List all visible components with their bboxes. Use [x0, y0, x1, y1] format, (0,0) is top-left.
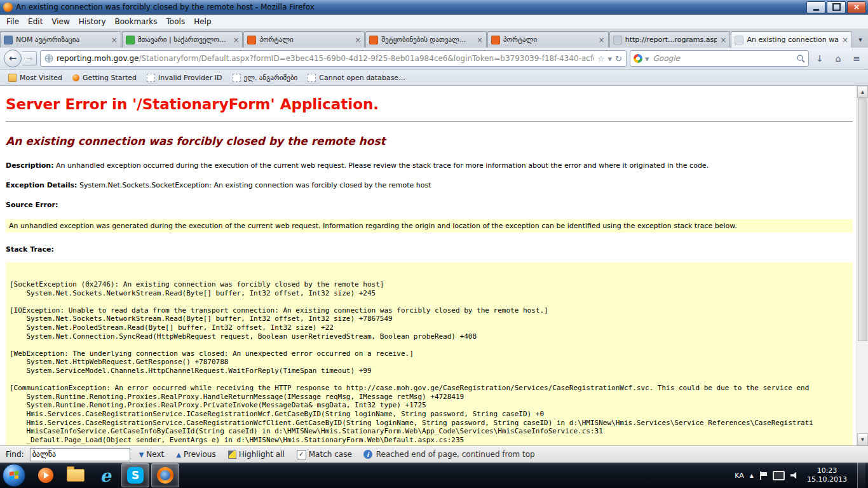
- stack-trace-label: Stack Trace:: [6, 245, 853, 254]
- back-button[interactable]: ←: [4, 50, 22, 67]
- firefox-icon: [72, 74, 79, 81]
- clock-time: 10:23: [807, 466, 847, 475]
- browser-content: Server Error in '/StationaryForm' Applic…: [0, 86, 868, 445]
- search-box[interactable]: ▾: [630, 50, 809, 67]
- folder-icon: [67, 469, 85, 482]
- hidden-icons-arrow-icon[interactable]: ▲: [750, 473, 754, 478]
- window-controls: ×: [806, 1, 866, 13]
- firefox-app-icon: [3, 3, 13, 12]
- screen: An existing connection was forcibly clos…: [0, 0, 868, 488]
- action-center-flag-icon[interactable]: [759, 471, 767, 480]
- scrollbar-track[interactable]: [857, 98, 868, 433]
- urlbar-dropdown-icon[interactable]: ▾: [608, 55, 613, 63]
- scrollbar-thumb[interactable]: [858, 98, 867, 341]
- bookmark-getting-started[interactable]: Getting Started: [68, 72, 141, 83]
- search-engine-dropdown-icon[interactable]: ▾: [645, 55, 649, 63]
- match-case-checkbox[interactable]: ✓: [297, 450, 306, 459]
- reload-icon[interactable]: ↻: [615, 55, 622, 63]
- taskbar-clock[interactable]: 10:23 15.10.2013: [807, 466, 847, 485]
- match-case-option[interactable]: ✓Match case: [294, 449, 355, 461]
- menu-tools[interactable]: Tools: [162, 16, 190, 27]
- search-input[interactable]: [652, 53, 794, 64]
- network-display-icon[interactable]: [773, 471, 785, 480]
- window-titlebar: An existing connection was forcibly clos…: [0, 0, 868, 15]
- forward-button[interactable]: →: [22, 51, 37, 65]
- bookmark-invalid-provider-id[interactable]: Invalid Provider ID: [142, 72, 227, 83]
- find-previous-button[interactable]: ▲Previous: [173, 449, 219, 460]
- windows-logo-icon: [10, 471, 18, 480]
- media-player-icon: [38, 468, 53, 483]
- language-indicator[interactable]: KA: [735, 471, 744, 480]
- menu-history[interactable]: History: [74, 16, 111, 27]
- tab-nom-authorization[interactable]: NOM ავტორიზაცია ×: [0, 31, 121, 48]
- list-all-tabs-icon[interactable]: ▾: [853, 31, 868, 48]
- home-icon[interactable]: ⌂: [831, 53, 846, 64]
- clock-date: 15.10.2013: [807, 475, 847, 484]
- tab-close-icon[interactable]: ×: [111, 36, 118, 44]
- site-favicon: [491, 36, 500, 44]
- scroll-down-icon[interactable]: ▼: [857, 433, 868, 445]
- tab-error-active[interactable]: An existing connection wa... ×: [731, 31, 852, 48]
- find-label: Find:: [6, 450, 24, 459]
- tab-close-icon[interactable]: ×: [477, 36, 483, 44]
- close-icon: ×: [853, 3, 860, 11]
- google-engine-icon[interactable]: [634, 54, 642, 63]
- menu-bookmarks[interactable]: Bookmarks: [111, 16, 162, 27]
- downloads-icon[interactable]: ↓: [812, 53, 827, 64]
- taskbar-internet-explorer-button[interactable]: e: [92, 463, 119, 487]
- stack-trace-box: [SocketException (0x2746): An existing c…: [6, 262, 853, 445]
- tab-close-icon[interactable]: ×: [233, 36, 239, 44]
- minimize-button[interactable]: [806, 1, 825, 13]
- error-page: Server Error in '/StationaryForm' Applic…: [0, 86, 857, 445]
- url-text: reporting.moh.gov.ge/Stationaryform/Defa…: [57, 54, 594, 63]
- menu-edit[interactable]: Edit: [24, 16, 47, 27]
- url-bar[interactable]: reporting.moh.gov.ge/Stationaryform/Defa…: [40, 50, 627, 67]
- tab-report-programs[interactable]: http://report...rograms.aspx ×: [609, 31, 731, 48]
- tab-notifications[interactable]: შეტყობინების დათვალ... ×: [365, 31, 487, 48]
- tab-close-icon[interactable]: ×: [599, 36, 605, 44]
- find-next-button[interactable]: ▼Next: [136, 449, 168, 460]
- menu-view[interactable]: View: [47, 16, 74, 27]
- site-favicon: [4, 36, 13, 44]
- find-input[interactable]: [30, 448, 130, 461]
- bookmarks-menu-icon[interactable]: ≡: [849, 53, 864, 64]
- tab-mtavari-georgia[interactable]: მთავარი | საქართველო... ×: [122, 31, 243, 48]
- tab-close-icon[interactable]: ×: [355, 36, 361, 44]
- site-identity-globe-icon[interactable]: [44, 54, 53, 63]
- menu-file[interactable]: File: [2, 16, 24, 27]
- window-title: An existing connection was forcibly clos…: [16, 3, 806, 11]
- bookmark-el-angarishebi[interactable]: ელ. ანგარიშები: [228, 72, 302, 83]
- taskbar-media-player-button[interactable]: [32, 463, 60, 487]
- volume-icon[interactable]: [790, 472, 799, 479]
- taskbar-skype-button[interactable]: S: [121, 463, 149, 487]
- bookmark-most-visited[interactable]: Most Visited: [4, 72, 67, 83]
- firefox-icon: [157, 467, 173, 484]
- tab-portal-1[interactable]: პორტალი ×: [243, 31, 365, 48]
- show-desktop-button[interactable]: [857, 463, 865, 488]
- info-icon: i: [363, 450, 372, 459]
- default-page-favicon: [613, 36, 622, 44]
- scroll-up-icon[interactable]: ▲: [857, 86, 868, 98]
- vertical-scrollbar[interactable]: ▲ ▼: [857, 86, 868, 445]
- tab-bar: NOM ავტორიზაცია × მთავარი | საქართველო..…: [0, 29, 868, 48]
- bookmark-cannot-open-database[interactable]: Cannot open database...: [303, 72, 409, 83]
- tab-portal-2[interactable]: პორტალი ×: [487, 31, 609, 48]
- start-button[interactable]: [3, 464, 25, 487]
- error-page-title: Server Error in '/StationaryForm' Applic…: [6, 96, 853, 112]
- taskbar-firefox-button[interactable]: [151, 463, 179, 487]
- bookmark-star-icon[interactable]: ☆: [597, 55, 605, 63]
- default-bookmark-icon: [233, 74, 241, 82]
- default-bookmark-icon: [147, 74, 155, 82]
- close-button[interactable]: ×: [847, 1, 866, 13]
- highlight-all-button[interactable]: Highlight all: [225, 449, 288, 460]
- maximize-button[interactable]: [827, 1, 846, 13]
- search-magnifier-icon[interactable]: [796, 54, 805, 63]
- find-bar: Find: ▼Next ▲Previous Highlight all ✓Mat…: [0, 445, 868, 463]
- tab-close-icon[interactable]: ×: [720, 36, 726, 44]
- tab-close-icon[interactable]: ×: [842, 36, 848, 44]
- error-page-subtitle: An existing connection was forcibly clos…: [6, 135, 853, 147]
- find-status: iReached end of page, continued from top: [363, 450, 535, 459]
- menu-help[interactable]: Help: [189, 16, 215, 27]
- folder-icon: [8, 74, 17, 82]
- taskbar-explorer-button[interactable]: [62, 463, 90, 487]
